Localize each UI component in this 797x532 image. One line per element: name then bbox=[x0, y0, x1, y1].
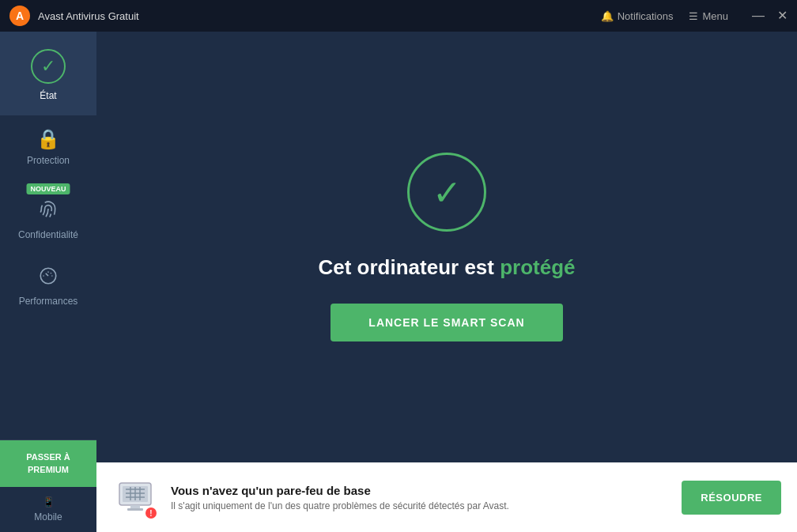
notifications-button[interactable]: 🔔 Notifications bbox=[601, 10, 674, 22]
status-text: Cet ordinateur est protégé bbox=[318, 255, 575, 280]
bell-icon: 🔔 bbox=[601, 10, 614, 22]
sidebar-item-confidentialite[interactable]: NOUVEAU Confidentialité bbox=[0, 177, 96, 251]
sidebar-performances-label: Performances bbox=[19, 296, 78, 307]
menu-icon: ☰ bbox=[689, 10, 698, 22]
sidebar-mobile-label: Mobile bbox=[34, 511, 62, 523]
app-title: Avast Antivirus Gratuit bbox=[38, 10, 139, 22]
sidebar-confidentialite-label: Confidentialité bbox=[18, 229, 78, 240]
window-controls: — ✕ bbox=[752, 9, 788, 22]
content-area: ✓ Cet ordinateur est protégé LANCER LE S… bbox=[96, 32, 797, 532]
status-check-circle: ✓ bbox=[31, 49, 66, 84]
minimize-button[interactable]: — bbox=[752, 9, 765, 22]
fingerprint-icon bbox=[38, 199, 59, 223]
resoudre-button[interactable]: RÉSOUDRE bbox=[682, 481, 781, 515]
banner-icon-wrap: ! bbox=[112, 474, 158, 520]
sidebar-item-mobile[interactable]: 📱 Mobile bbox=[0, 487, 96, 532]
sidebar-item-performances[interactable]: Performances bbox=[0, 251, 96, 318]
sidebar-protection-label: Protection bbox=[27, 155, 70, 166]
banner-text: Vous n'avez qu'un pare-feu de base Il s'… bbox=[171, 484, 669, 511]
banner-subtitle: Il s'agit uniquement de l'un des quatre … bbox=[171, 500, 669, 511]
close-button[interactable]: ✕ bbox=[777, 9, 788, 22]
sidebar: ✓ État 🔒 Protection NOUVEAU Confidential… bbox=[0, 32, 96, 532]
check-icon: ✓ bbox=[41, 56, 55, 77]
sidebar-item-etat[interactable]: ✓ État bbox=[0, 32, 96, 115]
warning-dot: ! bbox=[145, 507, 157, 519]
title-bar: A Avast Antivirus Gratuit 🔔 Notification… bbox=[0, 0, 797, 32]
nouveau-badge: NOUVEAU bbox=[26, 183, 70, 194]
menu-button[interactable]: ☰ Menu bbox=[689, 10, 728, 22]
gauge-icon bbox=[38, 266, 59, 289]
sidebar-item-protection[interactable]: 🔒 Protection bbox=[0, 115, 96, 177]
status-circle: ✓ bbox=[407, 153, 486, 232]
title-bar-right: 🔔 Notifications ☰ Menu — ✕ bbox=[601, 9, 788, 22]
bottom-banner: ! Vous n'avez qu'un pare-feu de base Il … bbox=[96, 462, 797, 532]
lock-icon: 🔒 bbox=[36, 130, 60, 149]
main-check-icon: ✓ bbox=[432, 172, 462, 213]
sidebar-bottom: PASSER À PREMIUM 📱 Mobile bbox=[0, 440, 96, 532]
main-layout: ✓ État 🔒 Protection NOUVEAU Confidential… bbox=[0, 32, 797, 532]
avast-logo: A bbox=[9, 6, 30, 26]
main-content: ✓ Cet ordinateur est protégé LANCER LE S… bbox=[96, 32, 797, 462]
passer-premium-button[interactable]: PASSER À PREMIUM bbox=[0, 440, 96, 487]
sidebar-etat-label: État bbox=[40, 90, 56, 101]
mobile-icon: 📱 bbox=[43, 496, 55, 507]
title-bar-left: A Avast Antivirus Gratuit bbox=[9, 6, 139, 26]
banner-title: Vous n'avez qu'un pare-feu de base bbox=[171, 484, 669, 497]
smart-scan-button[interactable]: LANCER LE SMART SCAN bbox=[331, 304, 562, 341]
svg-rect-4 bbox=[127, 508, 143, 511]
